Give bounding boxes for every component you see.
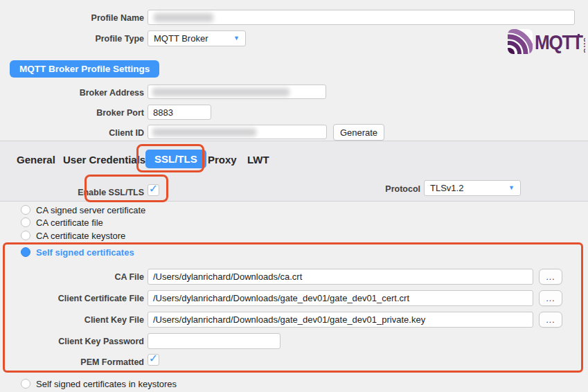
pem-formatted-checkbox[interactable]: ✓: [148, 354, 159, 366]
client-key-file-input[interactable]: [148, 312, 533, 328]
tab-lwt[interactable]: LWT: [247, 154, 269, 166]
client-id-input[interactable]: [148, 125, 327, 139]
pem-formatted-label: PEM Formatted: [0, 357, 144, 368]
ca-file-label: CA File: [0, 272, 144, 283]
radio-label-self-signed-certificates[interactable]: Self signed certificates: [36, 247, 134, 258]
profile-type-value: MQTT Broker: [154, 33, 208, 44]
client-key-file-label: Client Key File: [0, 315, 144, 326]
client-id-label: Client ID: [0, 128, 144, 139]
divider-above-tabs: [0, 141, 588, 141]
profile-name-input[interactable]: [148, 10, 575, 25]
enable-ssl-label: Enable SSL/TLS: [0, 188, 144, 198]
annotation-box-self-signed-section: [3, 242, 583, 373]
tab-ssl-tls[interactable]: SSL/TLS: [145, 150, 206, 168]
ca-file-browse-button[interactable]: ...: [539, 269, 562, 285]
mqtt-profile-settings-window: Profile Name Profile Type MQTT Broker ▼ …: [0, 0, 588, 392]
check-icon: ✓: [149, 353, 158, 364]
tab-general[interactable]: General: [17, 154, 55, 166]
ca-file-input[interactable]: [148, 269, 533, 285]
tab-proxy[interactable]: Proxy: [208, 154, 237, 166]
tab-user-credentials[interactable]: User Credentials: [63, 154, 145, 166]
check-icon: ✓: [149, 184, 158, 195]
profile-type-label: Profile Type: [0, 34, 144, 44]
radio-self-signed-certificates[interactable]: [21, 247, 30, 257]
profile-name-label: Profile Name: [0, 13, 144, 24]
profile-type-dropdown[interactable]: MQTT Broker ▼: [148, 30, 246, 46]
radio-ca-certificate-keystore[interactable]: [21, 231, 30, 240]
client-certificate-file-input[interactable]: [148, 290, 533, 306]
protocol-label: Protocol: [277, 184, 420, 195]
logo-tld-text: ORG: [582, 37, 585, 54]
broker-port-input[interactable]: [148, 105, 211, 120]
client-certificate-browse-button[interactable]: ...: [539, 290, 562, 306]
broker-port-label: Broker Port: [0, 108, 144, 118]
mqtt-org-logo: MQTT ORG: [508, 28, 585, 55]
client-key-password-input[interactable]: [148, 333, 280, 349]
redacted-client-id-value: [152, 128, 256, 136]
generate-client-id-button[interactable]: Generate: [333, 124, 384, 141]
client-key-password-label: Client Key Password: [0, 337, 144, 347]
radio-ca-signed-server-certificate[interactable]: [21, 205, 30, 215]
radio-self-signed-certificates-in-keystores[interactable]: [21, 379, 30, 389]
protocol-dropdown[interactable]: TLSv1.2 ▼: [424, 180, 521, 196]
broker-address-input[interactable]: [148, 84, 326, 99]
radio-label-ca-certificate-keystore[interactable]: CA certificate keystore: [36, 231, 125, 241]
client-key-browse-button[interactable]: ...: [539, 312, 562, 328]
divider-below-enable-row: [0, 201, 588, 202]
enable-ssl-checkbox[interactable]: ✓: [148, 184, 159, 196]
logo-brand-text: MQTT: [535, 30, 583, 53]
protocol-value: TLSv1.2: [430, 183, 463, 193]
chevron-down-icon: ▼: [508, 185, 515, 191]
radio-label-ca-certificate-file[interactable]: CA certificate file: [36, 217, 103, 228]
redacted-broker-address-value: [152, 88, 289, 96]
radio-ca-certificate-file[interactable]: [21, 217, 30, 227]
broker-profile-settings-header: MQTT Broker Profile Settings: [10, 60, 159, 78]
redacted-profile-name-value: [154, 13, 213, 22]
broker-address-label: Broker Address: [0, 88, 144, 98]
client-certificate-file-label: Client Certificate File: [0, 294, 144, 304]
radio-label-ca-signed-server-certificate[interactable]: CA signed server certificate: [36, 205, 145, 215]
chevron-down-icon: ▼: [233, 35, 240, 42]
radio-label-self-signed-certificates-in-keystores[interactable]: Self signed certificates in keystores: [36, 379, 177, 389]
